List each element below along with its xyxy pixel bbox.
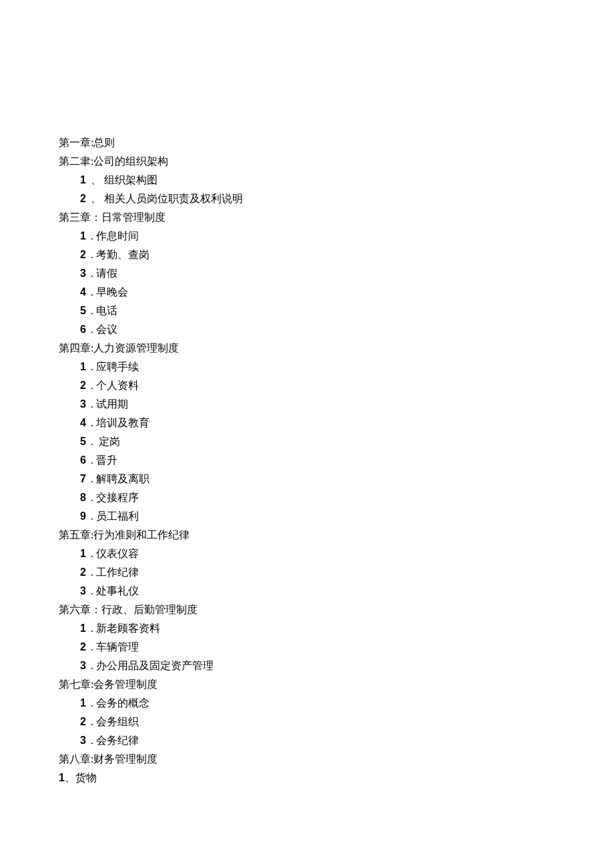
toc-subitem: 4.早晚会 [59,283,555,302]
item-text: 车辆管理 [96,641,139,653]
item-number: 1 [80,619,89,638]
item-number: 4 [80,283,89,302]
item-number: 1 [80,358,89,376]
item-text: 相关人员岗位职责及权利说明 [104,193,243,204]
toc-subitem: 5.电话 [59,302,555,320]
toc-subitem: 4.培训及教育 [59,414,555,432]
toc-subitem: 2.车辆管理 [59,638,555,657]
chapter-heading: 第一章:总则 [59,133,555,152]
item-separator: . [91,641,93,653]
toc-subitem: 6.会议 [59,320,555,339]
item-text: 组织架构图 [104,174,158,185]
toc-subitem: 3.会务纪律 [59,731,555,750]
item-number: 5 [80,432,89,451]
toc-subitem: 3.请假 [59,264,555,283]
item-separator: . [91,380,93,391]
item-text: 仪表仪容 [96,548,139,559]
item-number: 4 [80,414,89,432]
item-separator: . [91,417,93,428]
toc-subitem: 3.处事礼仪 [59,582,555,600]
item-text: 个人资料 [96,380,139,391]
item-text: 解聘及离职 [96,473,149,484]
document-content: 第一章:总则第二聿:公司的组织架构1、组织架构图2、相关人员岗位职责及权利说明第… [59,133,555,787]
item-number: 6 [80,320,89,339]
item-text: 考勤、查岗 [96,249,149,260]
item-text: 货物 [75,772,97,783]
toc-subitem: 3.办公用品及固定资产管理 [59,657,555,675]
item-number: 2 [80,563,89,582]
toc-subitem: 7.解聘及离职 [59,470,555,488]
item-number: 2 [80,246,89,264]
chapter-heading: 第六章：行政、后勤管理制度 [59,600,555,619]
toc-subitem: 6.晋升 [59,451,555,470]
item-number: 6 [80,451,89,470]
item-text: 电话 [96,305,117,316]
chapter-heading: 第二聿:公司的组织架构 [59,152,555,171]
chapter-heading: 第三章：日常管理制度 [59,208,555,227]
item-text: 应聘手续 [96,361,139,372]
toc-subitem: 1.会务的概念 [59,694,555,713]
item-text: 办公用品及固定资产管理 [96,660,214,671]
item-separator: . [91,697,93,709]
chapter-heading: 第五章:行为准则和工作纪律 [59,526,555,544]
toc-subitem: 1、货物 [59,769,555,787]
item-number: 2 [80,713,89,731]
item-separator: . [91,735,93,746]
item-number: 3 [80,582,89,600]
toc-subitem: 2.个人资料 [59,376,555,395]
item-text: 交接程序 [96,492,139,503]
item-number: 7 [80,470,89,488]
toc-subitem: 3.试用期 [59,395,555,414]
item-number: 1 [80,694,89,713]
item-separator: . [91,286,93,298]
item-text: 培训及教育 [96,417,149,428]
item-text: 会议 [96,324,117,335]
item-text: 工作纪律 [96,566,139,578]
item-separator: . [91,660,93,671]
item-text: 新老顾客资料 [96,622,160,634]
item-separator: 、 [65,772,75,783]
item-separator: . [91,622,93,634]
toc-subitem: 5. 定岗 [59,432,555,451]
item-number: 9 [80,507,89,526]
item-separator: . [91,324,93,335]
toc-subitem: 9.员工福利 [59,507,555,526]
item-text: 晋升 [96,454,117,466]
item-number: 1 [80,227,89,246]
item-number: 1 [80,544,89,563]
toc-subitem: 2.考勤、查岗 [59,246,555,264]
item-separator: . [91,305,93,316]
item-number: 3 [80,657,89,675]
toc-subitem: 2.会务组织 [59,713,555,731]
toc-subitem: 2、相关人员岗位职责及权利说明 [59,189,555,208]
item-separator: . [91,548,93,559]
item-separator: 、 [91,193,101,204]
item-separator: . [91,361,93,372]
item-text: 会务纪律 [96,735,139,746]
item-number: 2 [80,376,89,395]
toc-subitem: 2.工作纪律 [59,563,555,582]
item-text: 员工福利 [96,510,139,522]
item-number: 3 [80,395,89,414]
toc-subitem: 1.作息时间 [59,227,555,246]
item-number: 2 [80,638,89,657]
item-separator: . [91,716,93,727]
item-separator: . [91,249,93,260]
item-number: 3 [80,731,89,750]
item-separator: . [91,473,93,484]
item-number: 5 [80,302,89,320]
item-separator: . [91,230,93,242]
item-number: 3 [80,264,89,283]
item-text: 会务组织 [96,716,139,727]
item-text: 处事礼仪 [96,585,139,596]
item-separator: 、 [91,174,101,185]
toc-subitem: 8.交接程序 [59,488,555,507]
item-text: 早晚会 [96,286,128,298]
toc-subitem: 1.应聘手续 [59,358,555,376]
toc-subitem: 1.仪表仪容 [59,544,555,563]
item-text: 作息时间 [96,230,139,242]
item-separator: . [91,268,93,279]
item-number: 1 [59,772,65,783]
chapter-heading: 第八章:财务管理制度 [59,750,555,769]
item-separator: . [91,398,93,410]
